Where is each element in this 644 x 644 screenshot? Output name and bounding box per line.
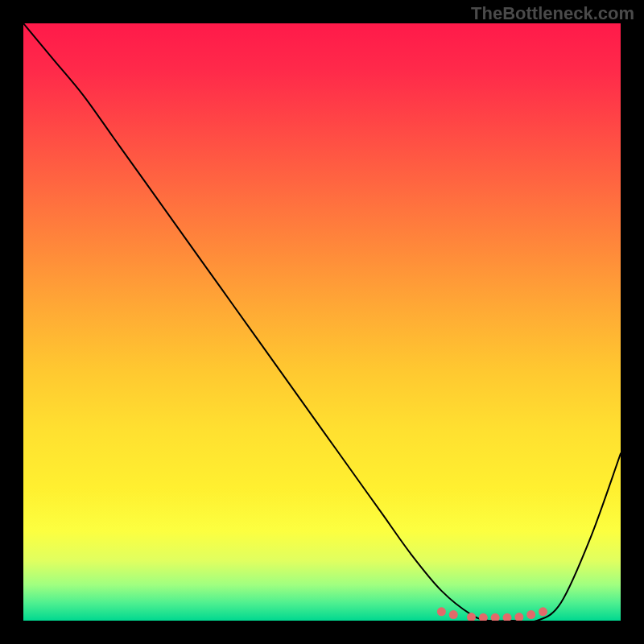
highlight-dot <box>503 613 512 621</box>
highlight-dot <box>437 607 446 616</box>
highlight-dot <box>526 610 535 619</box>
bottleneck-curve-line <box>23 23 621 621</box>
highlight-dot <box>467 613 476 621</box>
highlight-dot <box>539 607 547 616</box>
highlight-dot <box>491 613 500 621</box>
highlight-dot <box>479 613 488 621</box>
plot-area <box>23 23 621 621</box>
watermark-label: TheBottleneck.com <box>471 3 634 24</box>
highlight-dot <box>449 610 458 619</box>
chart-svg <box>23 23 621 621</box>
highlight-dot <box>514 613 523 621</box>
highlight-dots-group <box>437 607 547 621</box>
